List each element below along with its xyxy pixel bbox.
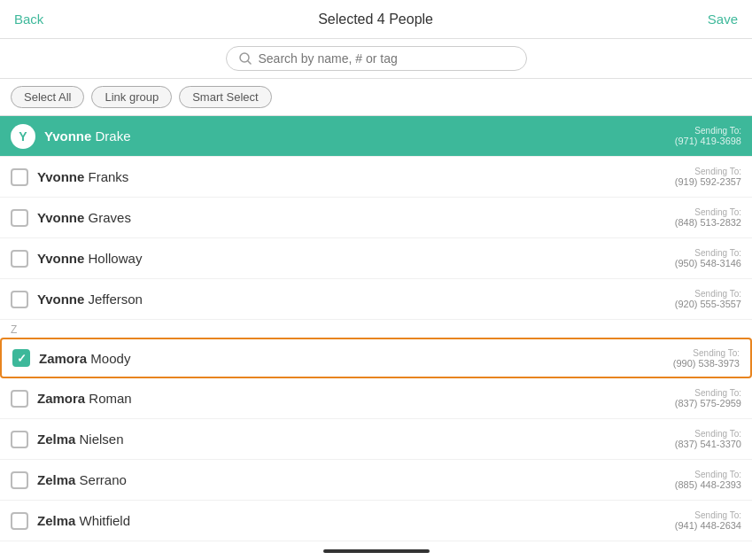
phone-number: (950) 548-3146 bbox=[653, 258, 741, 268]
first-name: Yvonne bbox=[37, 210, 89, 225]
contact-right-info: Sending To:(848) 513-2832 bbox=[653, 207, 741, 228]
contact-list: YYvonne DrakeSending To:(971) 419-3698Yv… bbox=[0, 116, 752, 552]
contact-row[interactable]: Zamora RomanSending To:(837) 575-2959 bbox=[0, 378, 752, 419]
phone-number: (848) 513-2832 bbox=[653, 217, 741, 228]
last-name: Franks bbox=[89, 169, 129, 184]
contact-right-info: Sending To:(885) 448-2393 bbox=[653, 470, 741, 490]
search-input[interactable] bbox=[259, 51, 514, 66]
link-group-button[interactable]: Link group bbox=[91, 86, 172, 108]
contact-row[interactable]: YYvonne DrakeSending To:(971) 419-3698 bbox=[0, 116, 752, 157]
sending-to-label: Sending To: bbox=[653, 248, 741, 258]
contact-right-info: Sending To:(941) 448-2634 bbox=[653, 510, 741, 531]
contact-right-info: Sending To:(971) 419-3698 bbox=[653, 126, 741, 146]
back-button[interactable]: Back bbox=[14, 12, 43, 27]
first-name: Zelma bbox=[37, 472, 80, 487]
checkbox[interactable] bbox=[11, 512, 28, 530]
contact-right-info: Sending To:(928) 597-2464 bbox=[653, 551, 741, 552]
contact-row[interactable]: Yvonne GravesSending To:(848) 513-2832 bbox=[0, 198, 752, 238]
contact-name: Yvonne Holloway bbox=[37, 251, 653, 266]
contact-row[interactable]: Zelma SerranoSending To:(885) 448-2393 bbox=[0, 460, 752, 501]
contact-name: Zamora Roman bbox=[37, 391, 653, 406]
phone-number: (920) 555-3557 bbox=[653, 299, 741, 309]
svg-line-1 bbox=[248, 61, 251, 64]
checkbox[interactable] bbox=[11, 431, 28, 448]
contact-row[interactable]: Yvonne FranksSending To:(919) 592-2357 bbox=[0, 157, 752, 198]
smart-select-button[interactable]: Smart Select bbox=[179, 86, 271, 108]
header: Back Selected 4 People Save bbox=[0, 0, 752, 39]
first-name: Yvonne bbox=[37, 292, 89, 307]
contact-name: Zamora Moody bbox=[39, 351, 651, 366]
section-letter: Z bbox=[0, 320, 752, 338]
last-name: Nielsen bbox=[80, 432, 124, 447]
sending-to-label: Sending To: bbox=[653, 551, 741, 552]
sending-to-label: Sending To: bbox=[653, 510, 741, 520]
contact-name: Yvonne Jefferson bbox=[37, 292, 653, 307]
last-name: Whitfield bbox=[80, 513, 131, 528]
checkbox[interactable] bbox=[11, 209, 28, 227]
first-name: Zamora bbox=[39, 351, 90, 366]
checkbox[interactable] bbox=[12, 349, 30, 367]
sending-to-label: Sending To: bbox=[653, 126, 741, 136]
contact-name: Zelma Serrano bbox=[37, 472, 653, 487]
first-name: Yvonne bbox=[37, 251, 89, 266]
sending-to-label: Sending To: bbox=[651, 348, 740, 358]
contact-row[interactable]: Yvonne JeffersonSending To:(920) 555-355… bbox=[0, 279, 752, 320]
phone-number: (971) 419-3698 bbox=[653, 136, 741, 146]
contact-right-info: Sending To:(919) 592-2357 bbox=[653, 167, 741, 187]
phone-number: (941) 448-2634 bbox=[653, 520, 741, 531]
contact-name: Zelma Whitfield bbox=[37, 513, 653, 528]
contact-name: Yvonne Drake bbox=[44, 128, 653, 144]
contact-right-info: Sending To:(837) 541-3370 bbox=[653, 429, 741, 449]
first-name: Yvonne bbox=[44, 128, 96, 144]
sending-to-label: Sending To: bbox=[653, 388, 741, 398]
sending-to-label: Sending To: bbox=[653, 429, 741, 439]
phone-number: (990) 538-3973 bbox=[651, 358, 740, 369]
page-title: Selected 4 People bbox=[318, 12, 433, 27]
phone-number: (837) 575-2959 bbox=[653, 398, 741, 408]
contact-name: Yvonne Franks bbox=[37, 169, 653, 184]
toolbar: Select All Link group Smart Select bbox=[0, 79, 752, 116]
last-name: Jefferson bbox=[89, 292, 143, 307]
contact-row[interactable]: Yvonne HollowaySending To:(950) 548-3146 bbox=[0, 238, 752, 279]
save-button[interactable]: Save bbox=[708, 12, 738, 27]
select-all-button[interactable]: Select All bbox=[11, 86, 84, 108]
contact-right-info: Sending To:(920) 555-3557 bbox=[653, 289, 741, 309]
first-name: Yvonne bbox=[37, 169, 89, 184]
contact-row[interactable]: Zelma NielsenSending To:(837) 541-3370 bbox=[0, 419, 752, 460]
contact-row[interactable]: Zelma WhitfieldSending To:(941) 448-2634 bbox=[0, 501, 752, 541]
sending-to-label: Sending To: bbox=[653, 289, 741, 299]
search-input-wrap bbox=[226, 46, 527, 71]
checkbox[interactable] bbox=[11, 168, 28, 186]
last-name: Graves bbox=[89, 210, 131, 225]
phone-number: (919) 592-2357 bbox=[653, 176, 741, 187]
contact-row[interactable]: Zamora MoodySending To:(990) 538-3973 bbox=[0, 338, 752, 378]
checkbox[interactable] bbox=[11, 250, 28, 268]
phone-number: (837) 541-3370 bbox=[653, 439, 741, 449]
sending-to-label: Sending To: bbox=[653, 207, 741, 217]
contact-right-info: Sending To:(837) 575-2959 bbox=[653, 388, 741, 408]
sending-to-label: Sending To: bbox=[653, 470, 741, 479]
checkbox[interactable] bbox=[11, 471, 28, 489]
last-name: Holloway bbox=[89, 251, 143, 266]
last-name: Roman bbox=[89, 391, 131, 406]
checkbox[interactable] bbox=[11, 291, 28, 308]
first-name: Zelma bbox=[37, 513, 80, 528]
checkbox[interactable] bbox=[11, 390, 28, 408]
bottom-bar bbox=[323, 549, 430, 553]
sending-to-label: Sending To: bbox=[653, 167, 741, 176]
contact-name: Zelma Nielsen bbox=[37, 432, 653, 447]
contact-right-info: Sending To:(950) 548-3146 bbox=[653, 248, 741, 268]
last-name: Drake bbox=[96, 128, 131, 144]
phone-number: (885) 448-2393 bbox=[653, 479, 741, 490]
search-icon bbox=[239, 52, 252, 65]
first-name: Zamora bbox=[37, 391, 89, 406]
first-name: Zelma bbox=[37, 432, 80, 447]
search-bar bbox=[0, 39, 752, 79]
contact-right-info: Sending To:(990) 538-3973 bbox=[651, 348, 740, 369]
last-name: Moody bbox=[90, 351, 130, 366]
avatar: Y bbox=[11, 124, 35, 149]
contact-name: Yvonne Graves bbox=[37, 210, 653, 225]
last-name: Serrano bbox=[80, 472, 127, 487]
